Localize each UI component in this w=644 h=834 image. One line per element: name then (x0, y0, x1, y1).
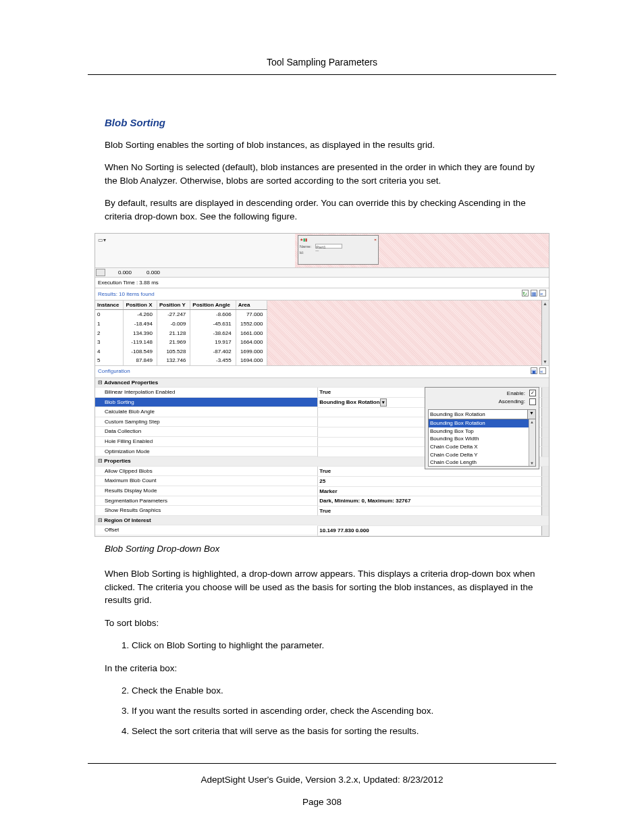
property-value[interactable]: True (317, 467, 333, 476)
property-label[interactable]: Blob Sorting (95, 398, 317, 407)
col-instance[interactable]: Instance (95, 301, 124, 310)
property-value[interactable] (317, 447, 323, 457)
execution-time: Execution Time : 3.88 ms (95, 277, 549, 288)
ascending-label: Ascending: (498, 398, 525, 406)
dialog-title-icons: ★▮▮ (300, 237, 307, 243)
list-item: Click on Blob Sorting to highlight the p… (132, 639, 539, 652)
paragraph: To sort blobs: (105, 617, 539, 630)
criteria-dropdown-list: Bounding Box RotationBounding Box TopBou… (428, 419, 536, 467)
page-footer: AdeptSight User's Guide, Version 3.2.x, … (0, 763, 644, 807)
property-label[interactable]: Offset (95, 525, 317, 535)
enable-checkbox[interactable]: ✓ (529, 390, 536, 396)
property-label[interactable]: Calculate Blob Angle (95, 407, 317, 417)
refresh-icon[interactable]: ↻ (522, 290, 529, 296)
col-area[interactable]: Area (236, 301, 267, 310)
criteria-option[interactable]: Chain Code Length (429, 459, 535, 467)
table-cell: -27.247 (157, 310, 190, 319)
property-value[interactable]: True (317, 506, 333, 516)
criteria-option[interactable]: Bounding Box Top (429, 427, 535, 436)
grid-icon[interactable]: ▦ (531, 290, 537, 296)
table-cell: 1664.000 (236, 338, 267, 347)
property-label[interactable]: Optimization Mode (95, 447, 317, 457)
coord-x: 0.000 (106, 268, 134, 277)
paragraph: When Blob Sorting is highlighted, a drop… (105, 567, 539, 607)
col-posy[interactable]: Position Y (157, 301, 190, 310)
property-label[interactable]: Segmentation Parameters (95, 496, 317, 506)
scrollbar[interactable] (541, 301, 549, 365)
property-value[interactable]: Dark, Minimum: 0, Maximum: 32767 (317, 496, 412, 506)
table-cell: -119.148 (124, 338, 157, 347)
list-item: Select the sort criteria that will serve… (132, 725, 539, 738)
table-cell: 3 (95, 338, 124, 347)
chevron-down-icon[interactable]: ▾ (380, 398, 387, 407)
screenshot-figure: ▭▾ ★▮▮ × Name:Id: Part1 (95, 233, 549, 537)
figure-viewport-right: ★▮▮ × Name:Id: Part1 — (295, 234, 549, 267)
property-label[interactable]: Hole Filling Enabled (95, 437, 317, 446)
criteria-option[interactable]: Chain Code Delta X (429, 443, 535, 451)
results-toolbar: ↻ ▦ « (521, 290, 546, 298)
menu-icon[interactable]: ▭▾ (98, 236, 106, 244)
paragraph: In the criteria box: (105, 662, 539, 675)
criteria-option[interactable]: Bounding Box Rotation (429, 419, 535, 427)
table-cell: 77.000 (236, 310, 267, 319)
property-value[interactable]: 10.149 77.830 0.000 (317, 526, 371, 536)
paragraph: When No Sorting is selected (default), b… (105, 161, 539, 187)
col-posx[interactable]: Position X (124, 301, 157, 310)
property-value[interactable]: True (317, 388, 333, 397)
property-value[interactable] (317, 408, 323, 417)
collapse-icon[interactable]: « (539, 290, 546, 296)
enable-label: Enable: (507, 390, 525, 398)
property-label[interactable]: Data Collection (95, 427, 317, 436)
criteria-option[interactable]: Chain Code Delta Y (429, 451, 535, 459)
config-icon[interactable]: ▣ (531, 367, 537, 374)
table-cell: 132.746 (157, 356, 190, 365)
table-cell: -0.009 (157, 319, 190, 329)
section-heading: Blob Sorting (105, 115, 539, 130)
property-value[interactable]: Marker (317, 487, 339, 496)
scrollbar[interactable] (529, 419, 535, 466)
property-label[interactable]: Maximum Blob Count (95, 476, 317, 486)
group-properties[interactable]: Properties (95, 457, 317, 466)
table-cell: 1694.000 (236, 356, 267, 365)
property-value[interactable] (317, 417, 323, 427)
table-cell: 134.390 (124, 329, 157, 338)
table-cell: 87.849 (124, 356, 157, 365)
group-advanced[interactable]: Advanced Properties (95, 378, 317, 388)
chevron-down-icon[interactable]: ▼ (528, 409, 536, 420)
property-value[interactable]: 25 (317, 477, 327, 486)
property-grid: Advanced Properties Bilinear Interpolati… (95, 377, 549, 536)
figure-caption: Blob Sorting Drop-down Box (105, 542, 539, 556)
table-cell: 1661.000 (236, 329, 267, 338)
results-header: Results: 10 items found ↻ ▦ « (95, 288, 549, 300)
results-table-wrapper: Instance Position X Position Y Position … (95, 301, 267, 365)
col-angle[interactable]: Position Angle (190, 301, 236, 310)
criteria-option[interactable]: Bounding Box Width (429, 435, 535, 443)
table-cell: -87.402 (190, 347, 236, 357)
table-cell: -4.260 (124, 310, 157, 319)
footer-rule (88, 763, 556, 764)
property-label[interactable]: Show Results Graphics (95, 506, 317, 515)
coordinate-bar: 0.000 0.000 (95, 267, 549, 277)
property-value[interactable]: Bounding Box Rotation ▾ (317, 398, 388, 407)
property-value[interactable] (317, 438, 323, 447)
results-label: Results: 10 items found (98, 290, 155, 298)
paragraph: Blob Sorting enables the sorting of blob… (105, 138, 539, 152)
figure-viewport-left: ▭▾ (95, 234, 295, 267)
config-label: Configuration (98, 367, 130, 376)
scroll-left-icon[interactable] (96, 269, 105, 276)
footer-line-2: Page 308 (0, 797, 644, 807)
ascending-checkbox[interactable] (529, 398, 536, 405)
property-value[interactable] (317, 427, 323, 437)
close-icon[interactable]: × (374, 237, 377, 243)
criteria-popup: Enable: ✓ Ascending: Bounding Box Rotati… (425, 387, 539, 470)
table-cell: 1699.000 (236, 347, 267, 357)
collapse-icon[interactable]: « (539, 367, 546, 374)
page-header-title: Tool Sampling Parameters (0, 0, 644, 68)
property-label[interactable]: Bilinear Interpolation Enabled (95, 388, 317, 397)
property-label[interactable]: Results Display Mode (95, 486, 317, 496)
property-label[interactable]: Allow Clipped Blobs (95, 467, 317, 476)
property-label[interactable]: Custom Sampling Step (95, 417, 317, 427)
group-roi[interactable]: Region Of Interest (95, 516, 317, 525)
table-cell: -3.455 (190, 356, 236, 365)
criteria-select[interactable]: Bounding Box Rotation (428, 409, 528, 420)
